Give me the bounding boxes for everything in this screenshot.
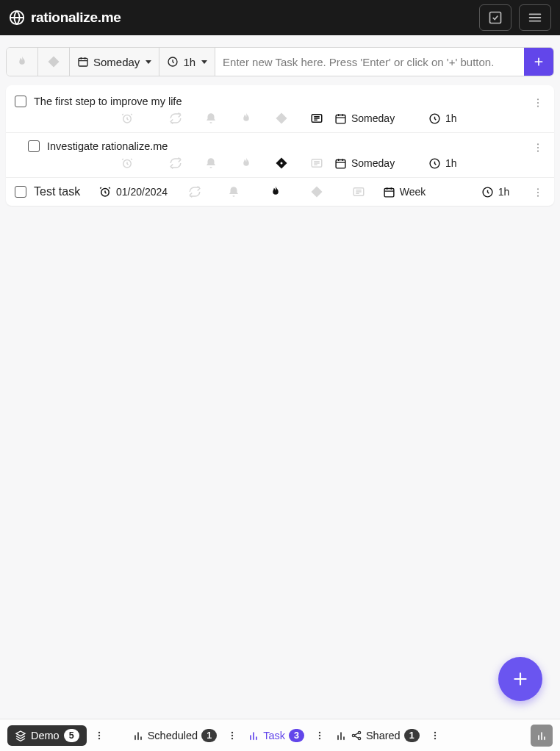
plus-icon	[511, 669, 530, 689]
task-reminder-button[interactable]	[193, 157, 229, 170]
svg-rect-17	[336, 159, 345, 168]
svg-point-27	[98, 734, 99, 736]
flame-icon	[240, 112, 253, 125]
demo-menu-button[interactable]	[91, 727, 107, 744]
new-task-input[interactable]	[215, 48, 524, 76]
priority-diamond-icon	[310, 185, 323, 198]
task-menu-button[interactable]	[532, 97, 544, 109]
duration-picker-button[interactable]: 1h	[159, 48, 215, 76]
task-duration-button[interactable]: 1h	[428, 112, 495, 125]
tab-task[interactable]: Task 3	[245, 726, 307, 745]
task-alarm-date: 01/20/2024	[116, 186, 168, 198]
chevron-down-icon	[201, 60, 207, 64]
flame-filter-button[interactable]	[7, 48, 38, 76]
priority-diamond-icon	[275, 112, 288, 125]
task-alarm-button[interactable]	[118, 157, 158, 170]
hamburger-icon	[527, 10, 543, 26]
task-reminder-button[interactable]	[217, 185, 251, 198]
svg-point-31	[231, 737, 233, 739]
task-alarm-button[interactable]: 01/20/2024	[96, 185, 168, 198]
task-flame-button[interactable]	[258, 185, 292, 198]
task-checkbox[interactable]	[15, 96, 26, 107]
shared-menu-button[interactable]	[427, 727, 443, 744]
check-button[interactable]	[479, 4, 511, 31]
task-notes-button[interactable]	[299, 112, 334, 125]
plus-icon	[533, 56, 545, 68]
task-reminder-button[interactable]	[193, 112, 229, 125]
brand[interactable]: rationalize.me	[9, 10, 121, 26]
flame-icon	[15, 55, 29, 68]
svg-rect-1	[490, 12, 501, 24]
dots-vertical-icon	[532, 187, 544, 198]
menu-button[interactable]	[519, 4, 551, 31]
repeat-icon	[169, 157, 182, 170]
svg-point-24	[537, 192, 539, 193]
priority-diamond-icon	[275, 157, 288, 170]
calendar-icon	[334, 157, 347, 170]
date-picker-label: Someday	[93, 56, 140, 68]
task-date-button[interactable]: Week	[383, 186, 474, 198]
task-menu-button[interactable]	[312, 727, 328, 744]
task-date-button[interactable]: Someday	[334, 112, 428, 125]
flame-icon	[240, 157, 253, 170]
share-icon	[351, 730, 362, 741]
task-title[interactable]: Investigate rationalize.me	[47, 140, 168, 152]
task-menu-button[interactable]	[532, 187, 544, 198]
bar-chart-icon	[335, 730, 347, 741]
task-flame-button[interactable]	[229, 112, 264, 125]
bar-chart-icon	[536, 730, 548, 741]
svg-point-33	[319, 734, 320, 736]
tab-scheduled[interactable]: Scheduled 1	[129, 726, 220, 745]
tab-shared[interactable]: Shared 1	[332, 726, 423, 745]
task-duration-label: 1h	[445, 157, 457, 169]
task-duration-button[interactable]: 1h	[428, 157, 495, 170]
svg-rect-9	[336, 115, 345, 123]
task-date-button[interactable]: Someday	[334, 157, 428, 170]
task-checkbox[interactable]	[15, 186, 26, 198]
add-task-button[interactable]	[524, 48, 553, 76]
task-title[interactable]: Test task	[34, 185, 88, 198]
scheduled-label: Scheduled	[148, 730, 198, 741]
calendar-icon	[334, 112, 347, 125]
bar-chart-icon	[248, 730, 259, 741]
task-menu-button[interactable]	[532, 142, 544, 154]
scheduled-menu-button[interactable]	[224, 727, 240, 744]
task-priority-button[interactable]	[264, 112, 299, 125]
bell-icon	[204, 112, 218, 125]
svg-point-39	[434, 734, 435, 736]
task-row: The first step to improve my life	[6, 88, 554, 133]
task-flame-button[interactable]	[229, 157, 264, 170]
alarm-clock-icon	[98, 185, 112, 198]
fab-add-button[interactable]	[498, 657, 542, 701]
chevron-down-icon	[146, 60, 151, 64]
priority-filter-button[interactable]	[38, 48, 70, 76]
date-picker-button[interactable]: Someday	[70, 48, 159, 76]
dots-vertical-icon	[227, 730, 237, 741]
task-priority-button[interactable]	[264, 157, 299, 170]
task-notes-button[interactable]	[341, 185, 376, 198]
demo-label: Demo	[31, 730, 60, 741]
calendar-icon	[77, 56, 89, 68]
dots-vertical-icon	[532, 97, 544, 109]
task-date-label: Someday	[351, 112, 395, 124]
svg-point-26	[98, 731, 99, 733]
dots-vertical-icon	[532, 142, 544, 154]
notes-icon	[310, 157, 323, 170]
task-checkbox[interactable]	[28, 140, 40, 152]
repeat-icon	[169, 112, 182, 125]
demo-project-button[interactable]: Demo 5	[7, 725, 87, 746]
bell-icon	[227, 185, 240, 198]
task-notes-button[interactable]	[299, 157, 334, 170]
svg-point-32	[319, 731, 320, 733]
task-repeat-button[interactable]	[158, 157, 193, 170]
stats-button[interactable]	[531, 725, 553, 747]
svg-point-38	[434, 731, 435, 733]
task-alarm-button[interactable]	[118, 112, 158, 125]
check-square-icon	[488, 10, 503, 25]
task-priority-button[interactable]	[300, 185, 334, 198]
task-count-badge: 3	[289, 729, 304, 742]
dots-vertical-icon	[94, 730, 104, 741]
task-title[interactable]: The first step to improve my life	[34, 96, 182, 107]
task-repeat-button[interactable]	[158, 112, 193, 125]
task-repeat-button[interactable]	[181, 185, 209, 198]
